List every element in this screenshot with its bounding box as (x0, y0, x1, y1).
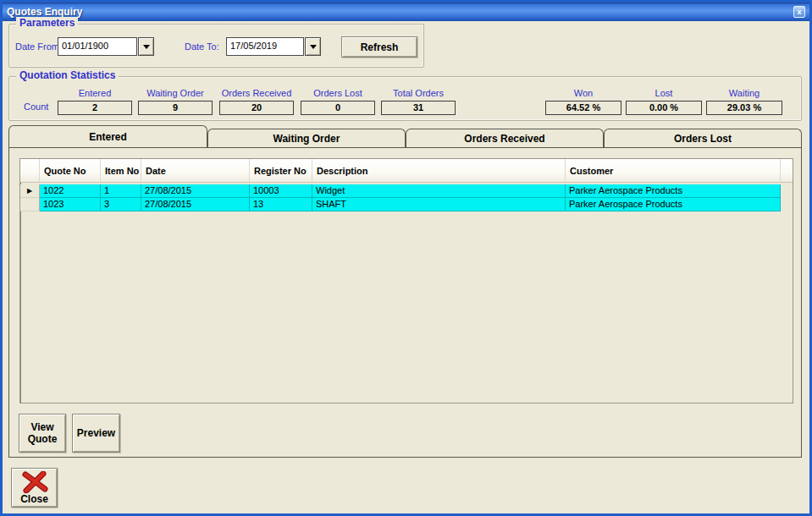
count-label: Count (24, 102, 48, 112)
stat-label-total-orders: Total Orders (381, 88, 456, 98)
cell-customer[interactable]: Parker Aerospace Products (566, 184, 781, 198)
column-header-date[interactable]: Date (141, 159, 250, 182)
tab-entered[interactable]: Entered (8, 125, 207, 147)
date-from-dropdown-button[interactable] (138, 37, 154, 56)
cell-quote-no[interactable]: 1023 (40, 198, 101, 211)
stat-value-waiting-percent: 29.03 % (706, 101, 782, 115)
chevron-down-icon (310, 45, 317, 49)
parameters-legend: Parameters (16, 17, 78, 29)
stat-label-orders-lost: Orders Lost (301, 88, 375, 98)
cell-register-no[interactable]: 13 (250, 198, 312, 211)
date-to-dropdown-button[interactable] (305, 37, 321, 56)
refresh-button[interactable]: Refresh (341, 36, 417, 58)
column-header-customer[interactable]: Customer (566, 159, 781, 182)
column-header-description[interactable]: Description (312, 159, 566, 182)
cell-date[interactable]: 27/08/2015 (141, 184, 250, 198)
table-row[interactable]: ▶ 1022 1 27/08/2015 10003 Widget Parker … (20, 184, 793, 198)
quotes-enquiry-window: Quotes Enquiry x Parameters Date From: 0… (0, 0, 812, 516)
date-to-combobox[interactable]: 17/05/2019 (226, 37, 321, 56)
stat-label-orders-received: Orders Received (219, 88, 294, 98)
window-close-icon[interactable]: x (793, 6, 805, 18)
stat-value-total-orders: 31 (381, 101, 456, 115)
column-header-quote-no[interactable]: Quote No (40, 159, 101, 182)
stat-value-orders-received: 20 (219, 101, 294, 115)
close-x-icon (20, 471, 49, 493)
preview-button[interactable]: Preview (72, 414, 120, 453)
cell-quote-no[interactable]: 1022 (40, 184, 101, 198)
date-from-value[interactable]: 01/01/1900 (58, 37, 137, 56)
row-selector-empty (20, 198, 40, 211)
stat-value-waiting-order: 9 (138, 101, 213, 115)
date-from-combobox[interactable]: 01/01/1900 (58, 37, 154, 56)
window-title: Quotes Enquiry (7, 6, 82, 18)
titlebar[interactable]: Quotes Enquiry x (3, 3, 809, 21)
cell-date[interactable]: 27/08/2015 (141, 198, 250, 211)
stat-label-entered: Entered (58, 88, 132, 98)
grid-selector-header (20, 159, 40, 182)
row-selector-arrow-icon: ▶ (20, 184, 40, 198)
tab-waiting-order[interactable]: Waiting Order (207, 129, 406, 147)
tab-orders-received[interactable]: Orders Received (406, 129, 604, 147)
cell-customer[interactable]: Parker Aerospace Products (566, 198, 781, 211)
cell-item-no[interactable]: 1 (101, 184, 141, 198)
client-area: Parameters Date From: 01/01/1900 Date To… (3, 21, 809, 513)
grid-header-row: Quote No Item No Date Register No Descri… (20, 159, 793, 183)
view-quote-button[interactable]: View Quote (19, 414, 66, 453)
cell-item-no[interactable]: 3 (101, 198, 141, 211)
table-row[interactable]: 1023 3 27/08/2015 13 SHAFT Parker Aerosp… (20, 198, 793, 211)
stat-label-lost: Lost (626, 88, 702, 98)
column-header-item-no[interactable]: Item No (101, 159, 141, 182)
column-header-register-no[interactable]: Register No (250, 159, 312, 182)
stat-value-entered: 2 (58, 101, 132, 115)
stat-value-lost-percent: 0.00 % (626, 101, 702, 115)
chevron-down-icon (143, 45, 150, 49)
cell-description[interactable]: SHAFT (312, 198, 566, 211)
stat-label-waiting-order: Waiting Order (138, 88, 213, 98)
statistics-legend: Quotation Statistics (16, 69, 119, 81)
quotes-grid: Quote No Item No Date Register No Descri… (19, 158, 793, 403)
stat-label-waiting: Waiting (706, 88, 782, 98)
date-to-label: Date To: (185, 41, 219, 52)
stat-value-won-percent: 64.52 % (545, 101, 621, 115)
date-from-label: Date From: (15, 41, 62, 52)
cell-description[interactable]: Widget (312, 184, 566, 198)
stat-value-orders-lost: 0 (301, 101, 375, 115)
date-to-value[interactable]: 17/05/2019 (226, 37, 304, 56)
stat-label-won: Won (545, 88, 621, 98)
tab-orders-lost[interactable]: Orders Lost (604, 129, 802, 147)
close-button-label: Close (20, 493, 48, 505)
close-button[interactable]: Close (11, 468, 58, 508)
cell-register-no[interactable]: 10003 (250, 184, 312, 198)
tab-page-entered: Quote No Item No Date Register No Descri… (8, 147, 802, 458)
